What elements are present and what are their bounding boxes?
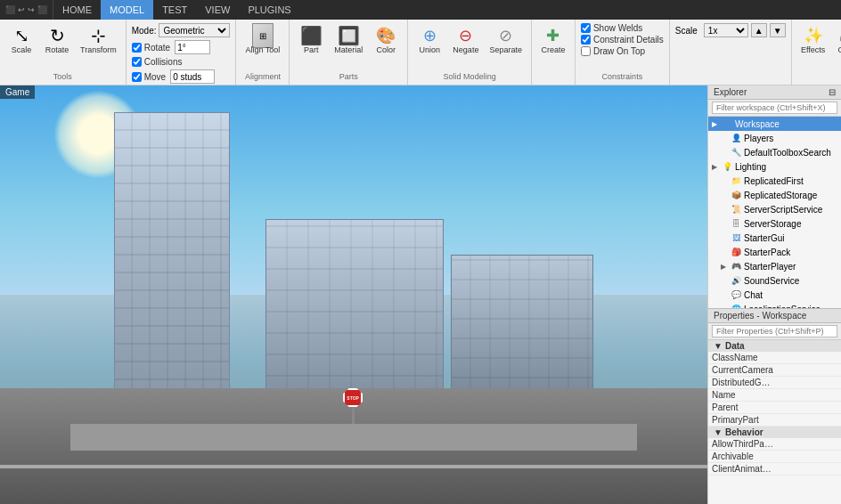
tree-item-starter-gui[interactable]: 🖼 StarterGui [708, 231, 841, 245]
game-label: Game [837, 46, 841, 55]
prop-row-animator-throttling: ClientAnimatorThrottling [708, 463, 841, 476]
draw-on-top-label: Draw On Top [593, 46, 645, 56]
scale-down-button[interactable]: ▼ [770, 23, 786, 37]
tree-item-serverscript[interactable]: 📜 ServerScriptService [708, 202, 841, 216]
explorer-collapse-icon[interactable]: ⊟ [829, 87, 836, 97]
workspace-icon: ◆ [721, 118, 733, 130]
parts-group-title: Parts [295, 70, 402, 81]
negate-button[interactable]: ⊖ Negate [449, 23, 482, 57]
move-value-input[interactable] [170, 69, 215, 84]
draw-on-top-checkbox[interactable] [581, 46, 591, 56]
building-group-right [265, 219, 593, 397]
viewport-game-tab: Game [0, 85, 35, 99]
constraint-details-row: Constraint Details [581, 35, 664, 45]
effects-label: Effects [801, 46, 825, 55]
align-tool-button[interactable]: ⊞ Align Tool [241, 23, 283, 57]
menu-tab-model[interactable]: MODEL [101, 0, 153, 20]
stop-sign: STOP [339, 388, 366, 424]
prop-row-distributed-game-time: DistributedGameTime [708, 377, 841, 389]
tree-item-toolbox[interactable]: 🔧 DefaultToolboxSearch [708, 145, 841, 159]
players-label: Players [744, 134, 773, 143]
solid-group-title: Solid Modeling [413, 70, 526, 81]
rotate-checkbox[interactable] [132, 43, 142, 53]
material-button[interactable]: 🔲 Material [331, 23, 366, 57]
alignment-items: ⊞ Align Tool [241, 23, 283, 70]
tree-item-replicated-first[interactable]: 📁 ReplicatedFirst [708, 174, 841, 188]
prop-row-current-camera: CurrentCamera [708, 364, 841, 377]
game-button[interactable]: 🎮 Game [833, 23, 841, 57]
move-checkbox-label: Move [144, 72, 166, 82]
scale-up-button[interactable]: ▲ [751, 23, 767, 37]
tree-item-lighting[interactable]: ▶ 💡 Lighting [708, 159, 841, 174]
collisions-checkbox[interactable] [132, 57, 142, 67]
ribbon-group-tools: ⤡ Scale ↻ Rotate ⊹ Transform Tools [0, 20, 127, 85]
workspace-chevron: ▶ [712, 120, 721, 128]
constraint-details-label: Constraint Details [593, 35, 664, 45]
behavior-section-label: Behavior [725, 427, 763, 437]
properties-filter-input[interactable] [712, 325, 837, 337]
serverscript-label: ServerScriptService [744, 205, 822, 215]
prop-row-parent: Parent [708, 402, 841, 414]
tree-item-server-storage[interactable]: 🗄 ServerStorage [708, 216, 841, 231]
tree-item-chat[interactable]: 💬 Chat [708, 288, 841, 302]
mode-select[interactable]: Geometric [159, 23, 230, 37]
scale-button[interactable]: ⤡ Scale [5, 23, 37, 57]
rotate-value-input[interactable] [175, 40, 210, 54]
create-button[interactable]: ✚ Create [537, 23, 569, 57]
menu-bar: ⬛ ↩ ↪ ⬛ HOME MODEL TEST VIEW PLUGINS [0, 0, 841, 20]
show-welds-label: Show Welds [593, 23, 642, 33]
menu-tab-view[interactable]: VIEW [196, 0, 239, 20]
tree-item-replicated-storage[interactable]: 📦 ReplicatedStorage [708, 188, 841, 202]
ribbon-group-effects: ✨ Effects 🎮 Game [792, 20, 841, 85]
tree-item-players[interactable]: 👤 Players [708, 131, 841, 145]
show-welds-checkbox[interactable] [581, 23, 591, 33]
scale-select[interactable]: 1x [704, 23, 748, 37]
negate-icon: ⊖ [455, 25, 477, 46]
union-label: Union [420, 46, 441, 55]
tools-group-title: Tools [5, 70, 120, 81]
effects-button[interactable]: ✨ Effects [797, 23, 829, 57]
color-button[interactable]: 🎨 Color [370, 23, 402, 57]
tree-item-starter-pack[interactable]: 🎒 StarterPack [708, 245, 841, 259]
viewport[interactable]: STOP Game [0, 85, 707, 504]
menu-tab-home[interactable]: HOME [53, 0, 101, 20]
menu-tab-test[interactable]: TEST [153, 0, 196, 20]
classname-prop-name: ClassName [712, 353, 775, 362]
building-tall [114, 112, 230, 397]
archivable-prop-name: Archivable [712, 451, 775, 461]
tree-item-starter-player[interactable]: ▶ 🎮 StarterPlayer [708, 259, 841, 273]
negate-label: Negate [453, 46, 478, 55]
part-button[interactable]: ⬛ Part [295, 23, 327, 57]
tree-item-localization[interactable]: 🌐 LocalizationService [708, 302, 841, 308]
rotate-checkbox-label: Rotate [144, 43, 170, 53]
ribbon-group-parts: ⬛ Part 🔲 Material 🎨 Color Parts [290, 20, 408, 85]
stop-sign-post [352, 407, 355, 424]
prop-row-name: Name [708, 389, 841, 402]
collapse-behavior-icon[interactable]: ▼ [714, 427, 723, 437]
menu-tab-plugins[interactable]: PLUGINS [239, 0, 299, 20]
scale-icon: ⤡ [11, 25, 32, 46]
chat-icon: 💬 [730, 289, 742, 301]
move-checkbox[interactable] [132, 72, 142, 82]
constraint-details-checkbox[interactable] [581, 35, 591, 45]
transform-button[interactable]: ⊹ Transform [77, 23, 120, 57]
repfirst-icon: 📁 [730, 175, 742, 187]
show-welds-row: Show Welds [581, 23, 642, 33]
rotate-button[interactable]: ↻ Rotate [41, 23, 73, 57]
explorer-filter-input[interactable] [712, 102, 837, 114]
tree-item-sound-service[interactable]: 🔊 SoundService [708, 273, 841, 288]
lighting-icon: 💡 [721, 160, 733, 173]
starterplayer-label: StarterPlayer [744, 262, 796, 272]
union-button[interactable]: ⊕ Union [413, 23, 445, 57]
collisions-label: Collisions [144, 57, 183, 67]
menu-icon-3: ↪ [28, 5, 35, 14]
players-icon: 👤 [730, 132, 742, 144]
collapse-data-icon[interactable]: ▼ [714, 341, 723, 351]
tree-item-workspace[interactable]: ▶ ◆ Workspace [708, 117, 841, 131]
building-small [451, 255, 593, 397]
separate-button[interactable]: ⊘ Separate [486, 23, 526, 57]
road-line [0, 465, 707, 468]
ribbon-group-constraints: Show Welds Constraint Details Draw On To… [576, 20, 670, 85]
align-tool-label: Align Tool [245, 46, 280, 55]
serverscript-icon: 📜 [730, 203, 742, 215]
